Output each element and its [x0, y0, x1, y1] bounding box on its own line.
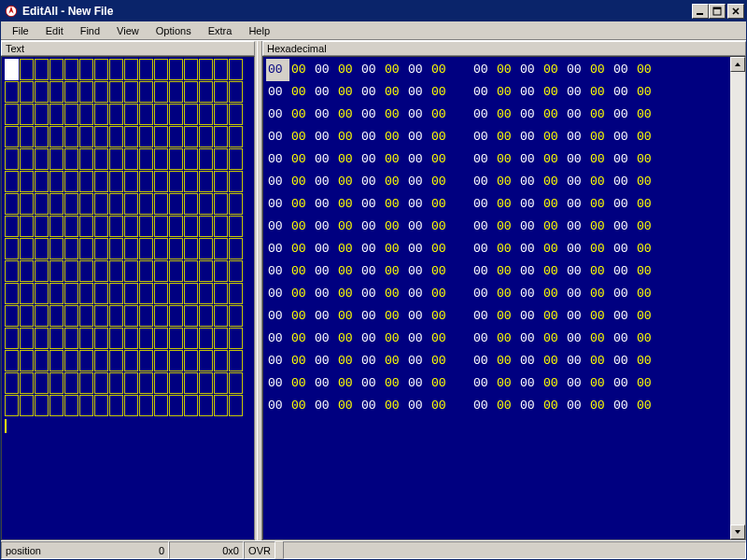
text-glyph[interactable]: [184, 350, 198, 371]
hex-byte[interactable]: 00: [518, 328, 542, 350]
hex-byte[interactable]: 00: [359, 350, 383, 372]
text-glyph[interactable]: [169, 104, 183, 125]
hex-byte[interactable]: 00: [542, 59, 565, 81]
text-glyph[interactable]: [109, 171, 123, 192]
text-glyph[interactable]: [20, 148, 34, 170]
hex-byte[interactable]: 00: [495, 328, 518, 350]
text-glyph[interactable]: [124, 305, 138, 327]
menu-help[interactable]: Help: [241, 23, 277, 38]
text-glyph[interactable]: [199, 193, 213, 215]
hex-byte[interactable]: 00: [518, 238, 542, 260]
hex-byte[interactable]: 00: [565, 148, 588, 171]
text-glyph[interactable]: [35, 283, 49, 304]
text-glyph[interactable]: [169, 350, 183, 371]
text-glyph[interactable]: [214, 59, 228, 80]
text-glyph[interactable]: [229, 350, 243, 371]
text-glyph[interactable]: [109, 193, 123, 215]
hex-byte[interactable]: 00: [406, 171, 430, 193]
text-glyph[interactable]: [184, 238, 198, 259]
hex-byte[interactable]: 00: [313, 148, 336, 171]
hex-byte[interactable]: 00: [383, 395, 406, 417]
text-glyph[interactable]: [184, 59, 198, 80]
hex-byte[interactable]: 00: [588, 238, 612, 260]
text-glyph[interactable]: [49, 238, 63, 259]
text-glyph[interactable]: [79, 171, 93, 192]
hex-byte[interactable]: 00: [359, 59, 383, 81]
text-glyph[interactable]: [109, 148, 123, 170]
hex-byte[interactable]: 00: [359, 193, 383, 216]
text-glyph[interactable]: [139, 372, 153, 394]
hex-byte[interactable]: 00: [266, 216, 289, 238]
text-glyph[interactable]: [5, 350, 19, 371]
hex-byte[interactable]: 00: [430, 328, 453, 350]
hex-byte[interactable]: 00: [430, 104, 453, 126]
hex-byte[interactable]: 00: [266, 148, 289, 171]
hex-byte[interactable]: 00: [588, 372, 612, 395]
text-glyph[interactable]: [169, 59, 183, 80]
hex-byte[interactable]: 00: [406, 328, 430, 350]
hex-byte[interactable]: 00: [565, 305, 588, 328]
hex-byte[interactable]: 00: [406, 126, 430, 148]
hex-byte[interactable]: 00: [612, 350, 635, 372]
text-glyph[interactable]: [5, 216, 19, 237]
hex-byte[interactable]: 00: [289, 171, 313, 193]
hex-byte[interactable]: 00: [542, 193, 565, 216]
text-glyph[interactable]: [109, 395, 123, 416]
hex-byte[interactable]: 00: [266, 372, 289, 395]
text-glyph[interactable]: [49, 171, 63, 192]
hex-byte[interactable]: 00: [472, 372, 495, 395]
text-glyph[interactable]: [49, 81, 63, 103]
hex-byte[interactable]: 00: [359, 260, 383, 283]
hex-byte[interactable]: 00: [313, 328, 336, 350]
hex-byte[interactable]: 00: [336, 193, 359, 216]
hex-byte[interactable]: 00: [635, 216, 658, 238]
text-glyph[interactable]: [79, 81, 93, 103]
text-glyph[interactable]: [229, 148, 243, 170]
hex-byte[interactable]: 00: [635, 126, 658, 148]
text-glyph[interactable]: [154, 260, 168, 282]
hex-byte[interactable]: 00: [518, 216, 542, 238]
text-glyph[interactable]: [139, 328, 153, 349]
text-glyph[interactable]: [35, 171, 49, 192]
text-glyph[interactable]: [199, 328, 213, 349]
hex-byte[interactable]: 00: [406, 148, 430, 171]
text-glyph[interactable]: [154, 148, 168, 170]
text-glyph[interactable]: [154, 395, 168, 416]
text-glyph[interactable]: [184, 193, 198, 215]
minimize-button[interactable]: [692, 4, 709, 19]
text-glyph[interactable]: [214, 148, 228, 170]
hex-byte[interactable]: 00: [266, 305, 289, 328]
hex-byte[interactable]: 00: [495, 395, 518, 417]
hex-byte[interactable]: 00: [542, 81, 565, 104]
hex-byte[interactable]: 00: [266, 238, 289, 260]
hex-byte[interactable]: 00: [383, 283, 406, 305]
hex-byte[interactable]: 00: [336, 395, 359, 417]
text-glyph[interactable]: [79, 283, 93, 304]
hex-byte[interactable]: 00: [518, 193, 542, 216]
text-glyph[interactable]: [49, 148, 63, 170]
hex-byte[interactable]: 00: [565, 238, 588, 260]
text-glyph[interactable]: [20, 328, 34, 349]
text-glyph[interactable]: [5, 126, 19, 147]
hex-byte[interactable]: 00: [313, 305, 336, 328]
text-glyph[interactable]: [94, 260, 108, 282]
hex-byte[interactable]: 00: [406, 350, 430, 372]
hex-byte[interactable]: 00: [588, 260, 612, 283]
hex-byte[interactable]: 00: [542, 148, 565, 171]
text-glyph[interactable]: [184, 395, 198, 416]
text-glyph[interactable]: [5, 305, 19, 327]
text-glyph[interactable]: [5, 260, 19, 282]
text-glyph[interactable]: [199, 59, 213, 80]
hex-byte[interactable]: 00: [430, 216, 453, 238]
menu-view[interactable]: View: [109, 23, 147, 38]
hex-byte[interactable]: 00: [359, 171, 383, 193]
text-glyph[interactable]: [229, 104, 243, 125]
hex-byte[interactable]: 00: [495, 148, 518, 171]
hex-byte[interactable]: 00: [472, 238, 495, 260]
hex-byte[interactable]: 00: [430, 126, 453, 148]
text-glyph[interactable]: [109, 328, 123, 349]
menu-find[interactable]: Find: [73, 23, 107, 38]
text-glyph[interactable]: [214, 216, 228, 237]
text-glyph[interactable]: [214, 171, 228, 192]
hex-byte[interactable]: 00: [565, 350, 588, 372]
